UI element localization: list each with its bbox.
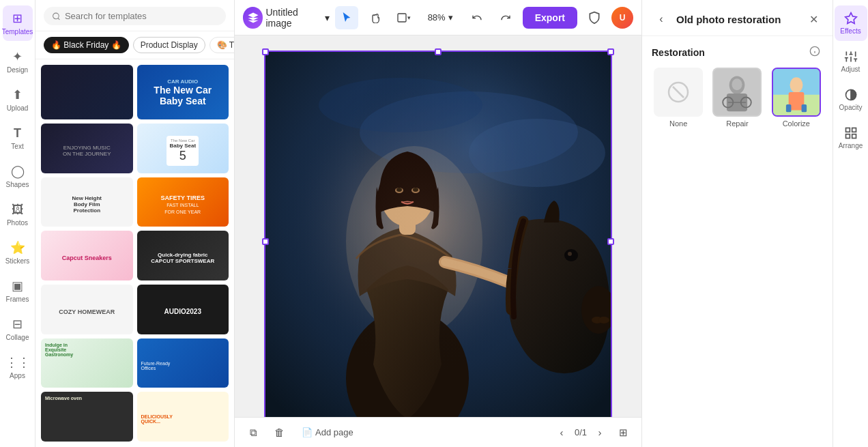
template-item-10[interactable]: AUDIO2023 <box>137 285 229 334</box>
template-item-8[interactable]: Quick-drying fabricCAPCUT SPORTSWEAR <box>137 231 229 280</box>
template-item-3[interactable]: ENJOYING MUSICON THE JOURNEY <box>41 124 133 173</box>
none-option-label: None <box>669 119 687 128</box>
select-tool-button[interactable] <box>335 6 358 29</box>
restoration-option-none[interactable]: None <box>652 68 705 128</box>
rpanel-item-effects[interactable]: Effects <box>835 5 867 41</box>
sidebar-item-design[interactable]: ✦ Design <box>3 44 33 79</box>
sidebar-label-upload: Upload <box>7 104 29 112</box>
grid-view-button[interactable]: ⊞ <box>613 422 633 443</box>
panel-header: ‹ Old photo restoration ✕ <box>642 0 833 36</box>
info-icon <box>809 46 820 57</box>
search-wrapper[interactable] <box>44 7 226 25</box>
template-item-12[interactable]: Future-ReadyOffices <box>137 338 229 388</box>
search-input[interactable] <box>65 11 218 21</box>
template-item-14[interactable]: DELICIOUSLYQUICK... <box>137 392 229 442</box>
sidebar-item-text[interactable]: T Text <box>3 120 33 156</box>
sidebar-label-photos: Photos <box>7 219 28 227</box>
zoom-value: 88% <box>428 12 446 23</box>
template-item-4[interactable]: The New Car Baby Seat 5 <box>137 124 229 173</box>
sidebar-item-photos[interactable]: 🖼 Photos <box>3 197 33 232</box>
opacity-icon <box>844 88 858 102</box>
tag-other[interactable]: 🎨 T <box>209 37 234 53</box>
restoration-option-repair[interactable]: Repair <box>710 68 764 128</box>
template-item-6[interactable]: SAFETY TIRESFAST INSTALLFOR ONE YEAR <box>137 177 229 227</box>
canvas-copy-bottom-button[interactable]: ⧉ <box>243 422 263 443</box>
canvas-container[interactable] <box>264 51 612 433</box>
hand-tool-button[interactable] <box>364 6 387 29</box>
svg-rect-53 <box>845 128 850 132</box>
info-button[interactable] <box>807 44 823 61</box>
panel-title: Old photo restoration <box>676 14 798 25</box>
opacity-label: Opacity <box>839 104 863 111</box>
canvas-wrapper: Page 1 ⧉ ··· <box>235 35 641 447</box>
apps-icon: ⋮⋮ <box>5 355 30 370</box>
rpanel-item-adjust[interactable]: Adjust <box>835 44 867 79</box>
sidebar-label-shapes: Shapes <box>6 181 29 188</box>
next-page-button[interactable]: › <box>590 422 610 443</box>
sidebar-item-stickers[interactable]: ⭐ Stickers <box>3 235 33 270</box>
sidebar-label-text: Text <box>11 143 23 150</box>
tag-product-display[interactable]: Product Display <box>133 37 205 53</box>
canvas-delete-button[interactable]: 🗑 <box>269 422 289 443</box>
zoom-arrow-icon: ▾ <box>448 12 453 23</box>
search-bar <box>35 0 234 31</box>
svg-point-0 <box>53 13 59 19</box>
sidebar-item-shapes[interactable]: ◯ Shapes <box>3 158 33 194</box>
none-icon <box>666 80 691 104</box>
restoration-option-colorize[interactable]: Colorize <box>770 68 823 128</box>
prev-page-button[interactable]: ‹ <box>551 422 572 443</box>
tag-black-friday[interactable]: 🔥 Black Friday 🔥 <box>44 37 129 53</box>
frame-icon <box>396 12 407 23</box>
arrange-icon <box>844 126 858 140</box>
stickers-icon: ⭐ <box>10 240 25 255</box>
add-page-button[interactable]: 📄 Add page <box>295 424 360 441</box>
template-item-1[interactable] <box>41 65 133 119</box>
zoom-control[interactable]: 88% ▾ <box>421 10 460 25</box>
hand-icon <box>370 12 381 23</box>
top-header: Untitled image ▾ ▾ 88% <box>235 0 641 35</box>
template-item-5[interactable]: New HeightBody FilmProtection <box>41 177 133 227</box>
template-item-11[interactable]: Indulge inExquisiteGastronomy <box>41 338 133 388</box>
restoration-options: None Repair <box>652 68 823 128</box>
frames-icon: ▣ <box>12 278 23 293</box>
undo-button[interactable] <box>465 6 489 29</box>
svg-line-1 <box>58 18 59 19</box>
page-nav: ‹ 0/1 › ⊞ <box>551 422 633 443</box>
shield-button[interactable] <box>583 6 606 29</box>
document-title-text: Untitled image <box>265 7 321 29</box>
right-panel: ‹ Old photo restoration ✕ Restoration <box>641 0 833 447</box>
template-item-13[interactable]: Microwave oven <box>41 392 133 442</box>
sidebar-item-collage[interactable]: ⊟ Collage <box>3 311 33 347</box>
template-item-9[interactable]: COZY HOMEWEAR <box>41 285 133 334</box>
back-button[interactable]: ‹ <box>652 10 671 29</box>
add-page-icon: 📄 <box>302 427 313 437</box>
svg-rect-2 <box>398 14 406 22</box>
close-panel-button[interactable]: ✕ <box>804 10 823 29</box>
sidebar-item-upload[interactable]: ⬆ Upload <box>3 82 33 117</box>
effects-label: Effects <box>840 27 860 35</box>
redo-button[interactable] <box>494 6 517 29</box>
rpanel-item-opacity[interactable]: Opacity <box>835 82 867 117</box>
search-icon <box>52 12 61 21</box>
collage-icon: ⊟ <box>12 317 23 332</box>
sidebar-label-stickers: Stickers <box>5 257 30 265</box>
svg-rect-40 <box>786 104 792 112</box>
frame-tool-button[interactable]: ▾ <box>392 6 416 29</box>
sidebar-item-templates[interactable]: ⊞ Templates <box>3 5 33 41</box>
sidebar-label-collage: Collage <box>6 334 29 341</box>
sidebar-label-frames: Frames <box>6 295 29 303</box>
adjust-label: Adjust <box>841 66 860 73</box>
templates-panel: 🔥 Black Friday 🔥 Product Display 🎨 T CAR… <box>35 0 235 447</box>
template-item-2[interactable]: CAR AUDIOThe New CarBaby Seat <box>137 65 229 119</box>
sidebar-item-frames[interactable]: ▣ Frames <box>3 273 33 308</box>
user-avatar[interactable]: U <box>611 7 633 29</box>
logo-icon <box>243 7 263 29</box>
export-button[interactable]: Export <box>523 7 577 29</box>
template-item-7[interactable]: Capcut Sneakers <box>41 231 133 280</box>
rpanel-item-arrange[interactable]: Arrange <box>835 120 867 156</box>
restoration-thumb-none <box>654 68 703 117</box>
tags-bar: 🔥 Black Friday 🔥 Product Display 🎨 T <box>35 31 234 59</box>
sidebar-item-apps[interactable]: ⋮⋮ Apps <box>3 349 33 385</box>
document-title-area[interactable]: Untitled image ▾ <box>243 7 330 29</box>
header-center: ▾ 88% ▾ <box>335 6 517 29</box>
